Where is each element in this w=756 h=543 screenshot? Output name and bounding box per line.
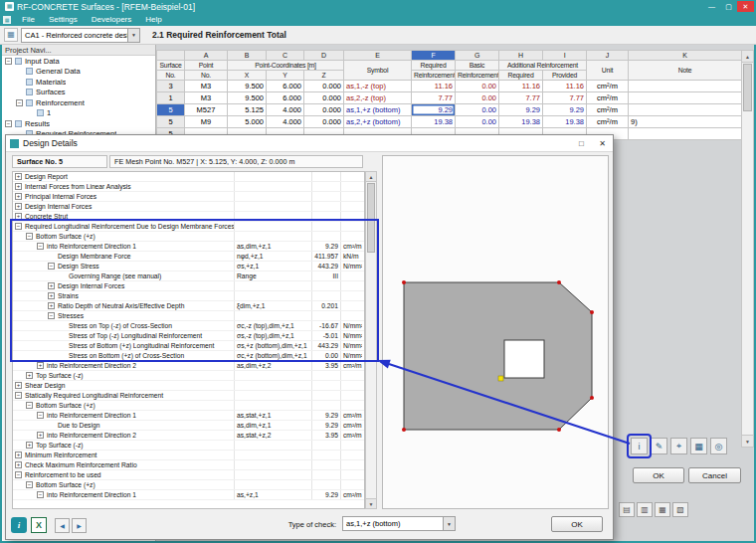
surface-no-cell[interactable]: 1 <box>157 92 185 104</box>
detail-row-reinforcement-to-be-used[interactable]: −Reinforcement to be used <box>13 470 364 480</box>
view-icon[interactable]: ◎ <box>710 438 727 454</box>
detail-row-stress-on-bottom-z-of-cross-section[interactable]: Stress on Bottom (+z) of Cross-Sectionσc… <box>13 351 364 361</box>
next-icon[interactable]: ▶ <box>72 518 87 533</box>
point-no-cell[interactable]: M527 <box>185 104 228 116</box>
basic-reinforcement-cell[interactable]: 0.00 <box>456 81 499 92</box>
note-cell[interactable] <box>629 104 742 116</box>
unit-cell[interactable]: cm²/m <box>587 116 629 128</box>
detail-row-into-reinforcement-direction-1[interactable]: −into Reinforcement Direction 1as,dim,+z… <box>13 242 364 252</box>
dialog-maximize-button[interactable]: □ <box>571 136 592 151</box>
scroll-down-icon[interactable]: ▼ <box>366 498 376 508</box>
basic-reinforcement-cell[interactable]: 0.00 <box>456 104 499 116</box>
detail-row-statically-required-longitudinal-reinforcement[interactable]: −Statically Required Longitudinal Reinfo… <box>13 391 364 401</box>
required-reinforcement-cell[interactable]: 19.38 <box>412 116 456 128</box>
minus-expander-icon[interactable]: − <box>15 392 22 399</box>
minus-expander-icon[interactable]: − <box>26 402 33 409</box>
additional-required-cell[interactable]: 7.77 <box>499 92 543 104</box>
detail-row-concrete-strut[interactable]: +Concrete Strut <box>13 212 364 222</box>
detail-row-into-reinforcement-direction-2[interactable]: +into Reinforcement Direction 2as,dim,+z… <box>13 361 364 371</box>
menu-developers[interactable]: Developers <box>85 15 138 24</box>
surface-no-cell[interactable]: 3 <box>157 81 185 92</box>
additional-provided-cell[interactable]: 19.38 <box>543 116 587 128</box>
coord-z-cell[interactable]: 0.000 <box>304 81 344 92</box>
note-cell[interactable] <box>629 128 742 140</box>
symbol-cell[interactable]: as,1,+z (bottom) <box>344 104 412 116</box>
table-vertical-scrollbar[interactable]: ▲ ▼ <box>741 50 754 448</box>
surface-no-cell[interactable]: 5 <box>157 104 185 116</box>
detail-row-shear-design[interactable]: +Shear Design <box>13 381 364 391</box>
plus-expander-icon[interactable]: + <box>15 213 22 220</box>
note-cell[interactable] <box>629 81 742 92</box>
detail-row-principal-internal-forces[interactable]: +Principal Internal Forces <box>13 192 364 202</box>
menu-file[interactable]: File <box>15 15 42 24</box>
required-reinforcement-cell[interactable]: 7.77 <box>412 92 456 104</box>
additional-required-cell[interactable]: 19.38 <box>499 116 543 128</box>
column-letter-A[interactable]: A <box>185 51 228 61</box>
point-no-cell[interactable]: M3 <box>185 81 228 92</box>
required-reinforcement-cell[interactable]: 9.29 <box>412 104 456 116</box>
plus-expander-icon[interactable]: + <box>48 292 55 299</box>
ok-button[interactable]: OK <box>633 467 684 483</box>
table-row[interactable]: 1M39.5006.0000.000as,2,-z (top)7.770.007… <box>157 92 742 104</box>
navigator-item-reinforcement[interactable]: −Reinforcement <box>2 97 155 108</box>
coord-x-cell[interactable]: 9.500 <box>228 92 267 104</box>
minus-expander-icon[interactable]: − <box>15 471 22 478</box>
grid-icon[interactable]: ▦ <box>690 438 707 454</box>
unit-cell[interactable]: cm²/m <box>587 104 629 116</box>
minus-expander-icon[interactable]: − <box>5 58 12 65</box>
detail-row-into-reinforcement-direction-1[interactable]: −into Reinforcement Direction 1as,stat,+… <box>13 411 364 421</box>
menu-help[interactable]: Help <box>138 15 168 24</box>
detail-row-design-internal-forces[interactable]: +Design Internal Forces <box>13 281 364 291</box>
scrollbar-thumb[interactable] <box>367 183 375 253</box>
unit-cell[interactable]: cm²/m <box>587 92 629 104</box>
detail-row-ratio-depth-of-neutral-axis-effective-depth[interactable]: +Ratio Depth of Neutral Axis/Effective D… <box>13 301 364 311</box>
minus-expander-icon[interactable]: − <box>26 233 33 240</box>
column-letter-H[interactable]: H <box>499 51 543 61</box>
coord-x-cell[interactable]: 5.125 <box>228 104 267 116</box>
coord-y-cell[interactable]: 6.000 <box>267 81 304 92</box>
coord-x-cell[interactable]: 9.500 <box>228 81 267 92</box>
plus-expander-icon[interactable]: + <box>48 302 55 309</box>
plus-expander-icon[interactable]: + <box>37 362 44 369</box>
minus-expander-icon[interactable]: − <box>37 491 44 498</box>
detail-row-stress-of-top-z-longitudinal-reinforcement[interactable]: Stress of Top (-z) Longitudinal Reinforc… <box>13 331 364 341</box>
detail-row-governing-range-see-manual[interactable]: Governing Range (see manual)RangeIII <box>13 272 364 281</box>
navigator-item-results[interactable]: −Results <box>2 118 155 129</box>
additional-required-cell[interactable]: 11.16 <box>499 81 543 92</box>
minimize-button[interactable]: — <box>703 1 720 12</box>
scroll-up-icon[interactable]: ▲ <box>742 51 753 63</box>
panel-4-icon[interactable]: ▧ <box>672 502 688 517</box>
design-case-select[interactable]: CA1 - Reinforced concrete desi ▼ <box>21 28 140 43</box>
detail-row-design-report[interactable]: +Design Report <box>13 172 364 182</box>
table-row[interactable]: 5M5275.1254.0000.000as,1,+z (bottom)9.29… <box>157 104 742 116</box>
required-reinforcement-cell[interactable]: 11.16 <box>412 81 456 92</box>
column-letter-G[interactable]: G <box>456 51 499 61</box>
detail-row-bottom-surface-z[interactable]: −Bottom Surface (+z) <box>13 480 364 490</box>
scroll-up-icon[interactable]: ▲ <box>366 172 376 182</box>
plus-expander-icon[interactable]: + <box>48 282 55 289</box>
detail-row-top-surface-z[interactable]: +Top Surface (-z) <box>13 441 364 451</box>
coord-z-cell[interactable]: 0.000 <box>304 104 344 116</box>
cancel-button[interactable]: Cancel <box>688 467 741 483</box>
chevron-down-icon[interactable]: ▼ <box>127 29 139 42</box>
detail-row-bottom-surface-z[interactable]: −Bottom Surface (+z) <box>13 232 364 242</box>
table-row[interactable]: 5M95.0004.0000.000as,2,+z (bottom)19.380… <box>157 116 742 128</box>
column-letter-C[interactable]: C <box>267 51 304 61</box>
coord-x-cell[interactable]: 5.000 <box>228 116 267 128</box>
panel-2-icon[interactable]: ▥ <box>637 502 653 517</box>
panel-3-icon[interactable]: ▦ <box>655 502 670 517</box>
info-icon[interactable]: i <box>631 438 648 454</box>
dialog-ok-button[interactable]: OK <box>551 516 603 532</box>
navigator-item-general-data[interactable]: General Data <box>2 67 155 78</box>
type-of-check-select[interactable]: as,1,+z (bottom) ▼ <box>342 516 456 531</box>
minus-expander-icon[interactable]: − <box>48 263 55 270</box>
plus-expander-icon[interactable]: + <box>15 461 22 468</box>
column-letter-I[interactable]: I <box>543 51 587 61</box>
additional-required-cell[interactable]: 9.29 <box>499 104 543 116</box>
detail-row-into-reinforcement-direction-2[interactable]: +into Reinforcement Direction 2as,stat,+… <box>13 431 364 441</box>
detail-row-stresses[interactable]: −Stresses <box>13 311 364 321</box>
scroll-down-icon[interactable]: ▼ <box>742 435 753 447</box>
note-cell[interactable]: 9) <box>629 116 742 128</box>
basic-reinforcement-cell[interactable]: 0.00 <box>456 92 499 104</box>
minus-expander-icon[interactable]: − <box>37 412 44 419</box>
